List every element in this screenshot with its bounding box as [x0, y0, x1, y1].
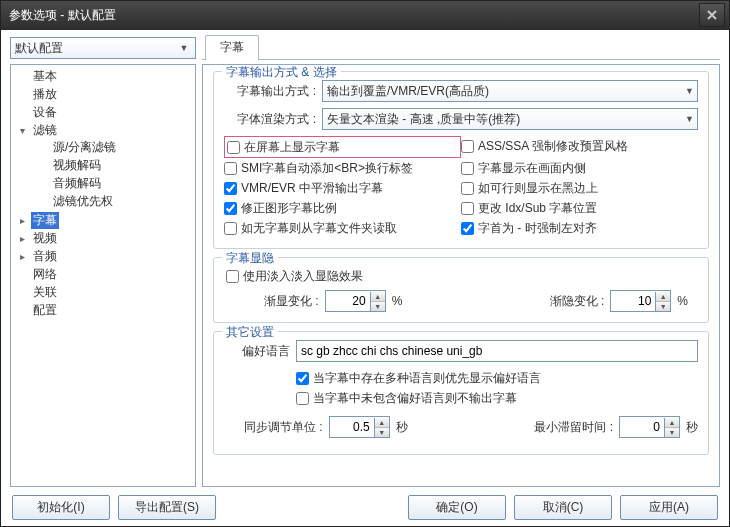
tree-item[interactable]: 设备 [17, 104, 195, 120]
check-idxsub-pos[interactable] [461, 202, 474, 215]
chevron-down-icon: ▼ [685, 114, 694, 124]
check-fade-enable-label: 使用淡入淡入显隐效果 [243, 268, 363, 285]
tree-item[interactable]: 播放 [17, 86, 195, 102]
check-dash-left-align[interactable] [461, 222, 474, 235]
button-ok[interactable]: 确定(O) [408, 495, 506, 520]
check-fix-graphic-ratio-label: 修正图形字幕比例 [241, 200, 337, 217]
tree-item[interactable]: ▾滤镜 [17, 122, 195, 138]
check-vmr-smooth[interactable] [224, 182, 237, 195]
label-sync-unit: 同步调节单位 : [244, 419, 323, 436]
tab-subtitle[interactable]: 字幕 [205, 35, 259, 60]
group-fade-legend: 字幕显隐 [222, 250, 278, 267]
content-panel: 字幕输出方式 & 选择 字幕输出方式 : 输出到覆盖/VMR/EVR(高品质)▼… [202, 64, 720, 487]
tree-item-label: 关联 [31, 284, 59, 301]
check-smi-br[interactable] [224, 162, 237, 175]
tree-item-label: 源/分离滤镜 [51, 139, 118, 156]
profile-combo-value: 默认配置 [15, 40, 63, 57]
tree-expander-icon: ▸ [17, 233, 28, 244]
check-inside-video[interactable] [461, 162, 474, 175]
check-black-border-label: 如可行则显示在黑边上 [478, 180, 598, 197]
tree-expander-icon: ▾ [17, 125, 28, 136]
spin-fade-out[interactable]: ▲▼ [610, 290, 671, 312]
select-render-mode[interactable]: 矢量文本渲染 - 高速 ,质量中等(推荐)▼ [322, 108, 698, 130]
button-initialize[interactable]: 初始化(I) [12, 495, 110, 520]
button-cancel[interactable]: 取消(C) [514, 495, 612, 520]
input-pref-lang[interactable] [296, 340, 698, 362]
group-other: 其它设置 偏好语言 当字幕中存在多种语言则优先显示偏好语言 当字幕中未包含偏好语… [213, 331, 709, 455]
group-output-legend: 字幕输出方式 & 选择 [222, 64, 341, 81]
spin-sync-unit[interactable]: ▲▼ [329, 416, 390, 438]
button-apply[interactable]: 应用(A) [620, 495, 718, 520]
tree-item[interactable]: ▸字幕 [17, 212, 195, 228]
tree-item-label: 滤镜优先权 [51, 193, 115, 210]
tree-item[interactable]: 配置 [17, 302, 195, 318]
group-other-legend: 其它设置 [222, 324, 278, 341]
check-ass-force-style[interactable] [461, 140, 474, 153]
select-output-mode[interactable]: 输出到覆盖/VMR/EVR(高品质)▼ [322, 80, 698, 102]
check-fallback-folder-label: 如无字幕则从字幕文件夹读取 [241, 220, 397, 237]
tree-item[interactable]: 源/分离滤镜 [37, 139, 195, 155]
label-fade-out: 渐隐变化 : [550, 293, 605, 310]
settings-tree[interactable]: 基本播放设备▾滤镜源/分离滤镜视频解码音频解码滤镜优先权▸字幕▸视频▸音频网络关… [10, 64, 196, 487]
profile-combo[interactable]: 默认配置 ▼ [10, 37, 196, 59]
tree-item-label: 配置 [31, 302, 59, 319]
tree-item-label: 字幕 [31, 212, 59, 229]
check-smi-br-label: SMI字幕自动添加<BR>换行标签 [241, 160, 413, 177]
check-fallback-folder[interactable] [224, 222, 237, 235]
check-vmr-smooth-label: VMR/EVR 中平滑输出字幕 [241, 180, 383, 197]
check-black-border[interactable] [461, 182, 474, 195]
check-ass-force-style-label: ASS/SSA 强制修改预置风格 [478, 138, 628, 155]
tree-item[interactable]: ▸视频 [17, 230, 195, 246]
unit-percent: % [392, 294, 403, 308]
tree-item-label: 滤镜 [31, 122, 59, 139]
chevron-down-icon: ▼ [685, 86, 694, 96]
tabbar: 字幕 [202, 37, 720, 60]
spin-fade-in[interactable]: ▲▼ [325, 290, 386, 312]
check-show-on-screen-label: 在屏幕上显示字幕 [244, 139, 340, 156]
tree-item-label: 播放 [31, 86, 59, 103]
label-render-mode: 字体渲染方式 : [224, 111, 316, 128]
tree-item-label: 基本 [31, 68, 59, 85]
window-title: 参数选项 - 默认配置 [9, 7, 116, 24]
titlebar: 参数选项 - 默认配置 [1, 1, 729, 30]
tree-item-label: 视频 [31, 230, 59, 247]
tree-item-label: 设备 [31, 104, 59, 121]
tree-item-label: 音频 [31, 248, 59, 265]
button-export[interactable]: 导出配置(S) [118, 495, 216, 520]
tree-item[interactable]: ▸音频 [17, 248, 195, 264]
group-fade: 字幕显隐 使用淡入淡入显隐效果 渐显变化 : ▲▼ % [213, 257, 709, 323]
tree-item[interactable]: 音频解码 [37, 175, 195, 191]
label-pref-lang: 偏好语言 [224, 343, 290, 360]
group-output: 字幕输出方式 & 选择 字幕输出方式 : 输出到覆盖/VMR/EVR(高品质)▼… [213, 71, 709, 249]
tree-item[interactable]: 视频解码 [37, 157, 195, 173]
tree-item-label: 视频解码 [51, 157, 103, 174]
label-output-mode: 字幕输出方式 : [224, 83, 316, 100]
check-nolang-hide[interactable] [296, 392, 309, 405]
tree-item[interactable]: 基本 [17, 68, 195, 84]
tree-item-label: 网络 [31, 266, 59, 283]
close-button[interactable] [699, 3, 725, 27]
chevron-down-icon: ▼ [176, 40, 192, 56]
tree-item[interactable]: 网络 [17, 266, 195, 282]
close-icon [707, 10, 717, 20]
tree-expander-icon: ▸ [17, 251, 28, 262]
tree-item[interactable]: 滤镜优先权 [37, 193, 195, 209]
tree-item[interactable]: 关联 [17, 284, 195, 300]
check-multilang-prefer[interactable] [296, 372, 309, 385]
check-fade-enable[interactable] [226, 270, 239, 283]
spin-min-stay[interactable]: ▲▼ [619, 416, 680, 438]
check-idxsub-pos-label: 更改 Idx/Sub 字幕位置 [478, 200, 597, 217]
check-inside-video-label: 字幕显示在画面内侧 [478, 160, 586, 177]
check-fix-graphic-ratio[interactable] [224, 202, 237, 215]
label-min-stay: 最小滞留时间 : [534, 419, 613, 436]
check-dash-left-align-label: 字首为 - 时强制左对齐 [478, 220, 597, 237]
check-show-on-screen[interactable] [227, 141, 240, 154]
label-fade-in: 渐显变化 : [264, 293, 319, 310]
tree-item-label: 音频解码 [51, 175, 103, 192]
unit-percent: % [677, 294, 688, 308]
tree-expander-icon: ▸ [17, 215, 28, 226]
